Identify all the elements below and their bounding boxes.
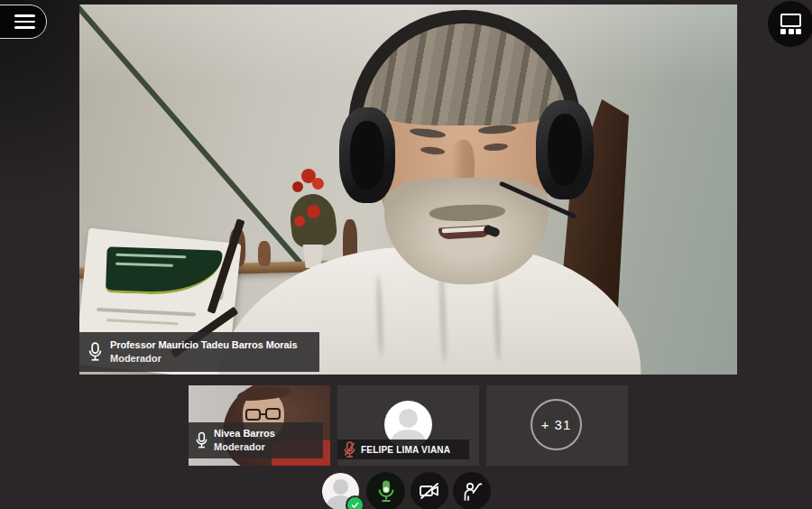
check-badge-icon	[346, 495, 364, 509]
menu-button[interactable]	[0, 5, 47, 39]
microphone-icon	[88, 342, 102, 362]
participant-label: FELIPE LIMA VIANA	[337, 440, 469, 459]
video-conference-app: Professor Mauricio Tadeu Barros Morais M…	[0, 0, 812, 509]
layout-grid-icon	[780, 14, 801, 35]
camera-button[interactable]	[411, 472, 448, 509]
more-participants-tile[interactable]: + 31	[486, 385, 628, 466]
main-speaker-label: Professor Mauricio Tadeu Barros Morais M…	[79, 332, 319, 372]
overflow-count: + 31	[541, 417, 572, 432]
participant-name: Nivea Barros	[214, 427, 275, 440]
microphone-button[interactable]	[366, 472, 405, 509]
overflow-count-circle: + 31	[531, 399, 582, 450]
microphone-muted-icon	[344, 441, 355, 458]
main-video-tile[interactable]: Professor Mauricio Tadeu Barros Morais M…	[79, 5, 737, 375]
microphone-on-icon	[377, 479, 395, 504]
main-speaker-name: Professor Mauricio Tadeu Barros Morais	[110, 338, 298, 352]
participant-name: FELIPE LIMA VIANA	[361, 445, 450, 455]
participant-label: Nivea Barros Moderador	[189, 422, 323, 458]
layout-button[interactable]	[768, 1, 812, 47]
participant-tile-nivea[interactable]: Nivea Barros Moderador	[189, 385, 330, 466]
microphone-icon	[196, 431, 208, 449]
participant-tile-felipe[interactable]: FELIPE LIMA VIANA	[337, 385, 479, 466]
camera-off-icon	[419, 482, 440, 500]
main-video-feed	[79, 5, 737, 375]
raise-hand-button[interactable]	[453, 472, 491, 509]
hamburger-icon	[14, 14, 35, 17]
main-speaker-role: Moderador	[110, 352, 298, 366]
raise-hand-icon	[461, 480, 483, 502]
participant-role: Moderador	[214, 440, 275, 454]
profile-button[interactable]	[322, 473, 359, 509]
